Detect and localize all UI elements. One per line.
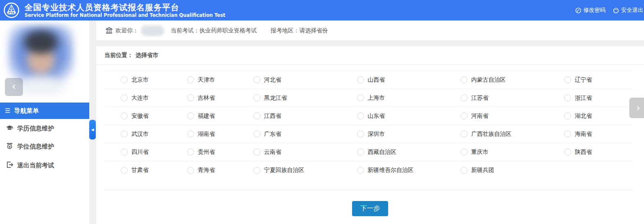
degree-medal-icon xyxy=(6,142,14,151)
screen: PTA 全国专业技术人员资格考试报名服务平台 Service Platform … xyxy=(0,0,644,224)
radio-button[interactable] xyxy=(187,76,194,83)
province-label: 北京市 xyxy=(131,76,149,84)
province-option[interactable]: 广东省 xyxy=(237,125,341,143)
radio-button[interactable] xyxy=(357,149,364,155)
radio-button[interactable] xyxy=(564,149,571,155)
radio-button[interactable] xyxy=(564,112,571,119)
province-option[interactable]: 湖南省 xyxy=(171,125,237,143)
province-option[interactable]: 贵州省 xyxy=(171,143,237,161)
sidebar-collapse-button[interactable]: ◀ xyxy=(89,120,96,139)
province-option[interactable]: 海南省 xyxy=(548,125,633,143)
province-option[interactable]: 大连市 xyxy=(104,89,171,107)
radio-button[interactable] xyxy=(461,130,468,137)
province-label: 深圳市 xyxy=(368,130,385,138)
province-option[interactable]: 浙江省 xyxy=(548,89,633,107)
radio-button[interactable] xyxy=(121,112,128,119)
province-option[interactable]: 云南省 xyxy=(237,143,341,161)
radio-button[interactable] xyxy=(253,76,260,83)
next-step-button[interactable]: 下一步 xyxy=(352,201,388,216)
province-option[interactable]: 上海市 xyxy=(341,89,444,107)
sidebar-item-exit-exam[interactable]: 退出当前考试 xyxy=(0,156,89,174)
radio-button[interactable] xyxy=(187,149,194,155)
main-area: 欢迎你： 当前考试：执业药师职业资格考试 报考地区：请选择省份 当前位置： 选择… xyxy=(96,21,644,224)
sidebar-item-degree-info[interactable]: 学位信息维护 xyxy=(0,137,89,155)
province-label: 新疆兵团 xyxy=(471,167,494,174)
radio-button[interactable] xyxy=(564,94,571,101)
province-option[interactable]: 武汉市 xyxy=(104,125,171,143)
safe-exit-link[interactable]: 安全退出 xyxy=(613,7,643,14)
province-option[interactable]: 内蒙古自治区 xyxy=(444,71,548,89)
province-option[interactable]: 湖北省 xyxy=(548,107,633,125)
province-option[interactable]: 天津市 xyxy=(171,71,237,89)
radio-button[interactable] xyxy=(357,130,364,137)
radio-button[interactable] xyxy=(461,94,468,101)
radio-button[interactable] xyxy=(121,167,128,174)
province-option[interactable]: 河南省 xyxy=(444,107,548,125)
province-option[interactable]: 广西壮族自治区 xyxy=(444,125,548,143)
radio-button[interactable] xyxy=(253,149,260,155)
province-label: 云南省 xyxy=(264,149,281,156)
radio-button[interactable] xyxy=(253,130,260,137)
province-option[interactable]: 辽宁省 xyxy=(548,71,633,89)
radio-button[interactable] xyxy=(121,130,128,137)
province-label: 新疆维吾尔自治区 xyxy=(368,167,414,174)
province-option[interactable]: 青海省 xyxy=(171,161,237,179)
change-password-link[interactable]: 修改密码 xyxy=(575,7,606,14)
radio-button[interactable] xyxy=(461,76,468,83)
province-option[interactable]: 山西省 xyxy=(341,71,444,89)
province-option[interactable]: 深圳市 xyxy=(341,125,444,143)
province-option[interactable]: 重庆市 xyxy=(444,143,548,161)
radio-button[interactable] xyxy=(187,112,194,119)
hamburger-icon: ☰ xyxy=(5,108,10,114)
province-option[interactable]: 北京市 xyxy=(104,71,171,89)
province-option[interactable]: 山东省 xyxy=(341,107,444,125)
province-label: 山西省 xyxy=(368,76,385,84)
province-option[interactable]: 安徽省 xyxy=(104,107,171,125)
nav-menu-header[interactable]: ☰ 导航菜单 xyxy=(0,103,89,119)
carousel-prev-button[interactable]: ‹ xyxy=(5,78,23,96)
pta-logo-icon: PTA xyxy=(3,2,20,18)
province-option[interactable]: 宁夏回族自治区 xyxy=(237,161,341,179)
province-option[interactable]: 江西省 xyxy=(237,107,341,125)
sidebar-item-education-info[interactable]: 学历信息维护 xyxy=(0,119,89,137)
radio-button[interactable] xyxy=(461,149,468,155)
radio-button[interactable] xyxy=(357,76,364,83)
chevron-left-icon: ‹ xyxy=(12,81,16,91)
radio-button[interactable] xyxy=(357,94,364,101)
radio-button[interactable] xyxy=(121,149,128,155)
radio-button[interactable] xyxy=(564,76,571,83)
radio-button[interactable] xyxy=(121,76,128,83)
radio-button[interactable] xyxy=(253,94,260,101)
radio-button[interactable] xyxy=(253,167,260,174)
greeting-label: 欢迎你： xyxy=(115,27,138,34)
province-option[interactable]: 陕西省 xyxy=(548,143,633,161)
radio-button[interactable] xyxy=(187,94,194,101)
radio-button[interactable] xyxy=(461,112,468,119)
province-option[interactable]: 西藏自治区 xyxy=(341,143,444,161)
province-option[interactable]: 四川省 xyxy=(104,143,171,161)
radio-button[interactable] xyxy=(357,167,364,174)
radio-button[interactable] xyxy=(187,130,194,137)
radio-button[interactable] xyxy=(121,94,128,101)
province-label: 黑龙江省 xyxy=(264,94,287,102)
radio-button[interactable] xyxy=(187,167,194,174)
radio-button[interactable] xyxy=(564,130,571,137)
province-option[interactable]: 黑龙江省 xyxy=(237,89,341,107)
province-label: 甘肃省 xyxy=(131,167,149,174)
province-label: 福建省 xyxy=(198,112,215,120)
province-option[interactable]: 河北省 xyxy=(237,71,341,89)
province-label: 上海市 xyxy=(368,94,385,102)
province-option[interactable]: 新疆维吾尔自治区 xyxy=(341,161,444,179)
carousel-next-button[interactable]: › xyxy=(629,98,644,118)
app-header: PTA 全国专业技术人员资格考试报名服务平台 Service Platform … xyxy=(0,0,644,21)
province-option[interactable]: 甘肃省 xyxy=(104,161,171,179)
radio-button[interactable] xyxy=(357,112,364,119)
province-option[interactable]: 新疆兵团 xyxy=(444,161,548,179)
province-option[interactable]: 吉林省 xyxy=(171,89,237,107)
radio-button[interactable] xyxy=(461,167,468,174)
province-option[interactable]: 江苏省 xyxy=(444,89,548,107)
power-icon xyxy=(613,7,619,14)
province-option[interactable]: 福建省 xyxy=(171,107,237,125)
radio-button[interactable] xyxy=(253,112,260,119)
exit-icon xyxy=(6,161,14,170)
